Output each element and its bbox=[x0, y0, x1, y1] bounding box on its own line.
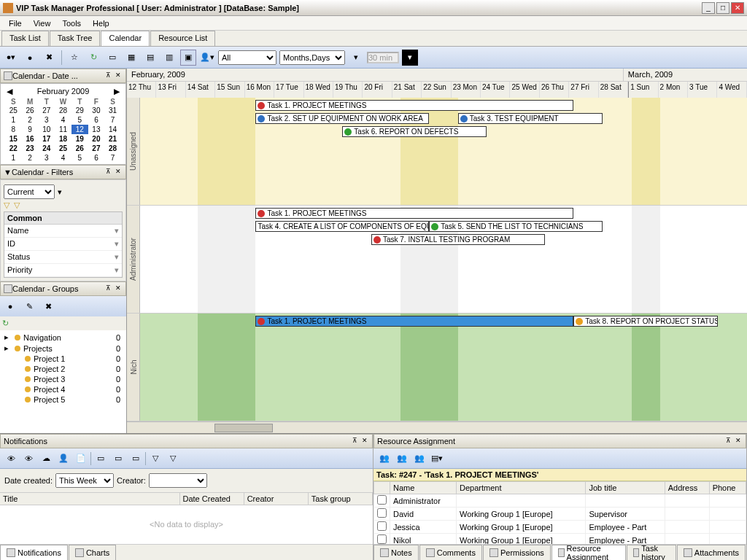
cal-day[interactable]: 3 bbox=[38, 153, 55, 163]
view-month-icon[interactable]: ▤ bbox=[142, 50, 158, 66]
cal-day[interactable]: 2 bbox=[22, 115, 39, 125]
assign-checkbox[interactable] bbox=[377, 534, 387, 544]
res-col-header[interactable]: Phone bbox=[709, 482, 746, 494]
toolbar-btn-2[interactable]: ● bbox=[22, 50, 38, 66]
cal-day[interactable]: 25 bbox=[55, 144, 71, 153]
filter-select[interactable]: All bbox=[218, 50, 276, 65]
cal-day[interactable]: 6 bbox=[88, 115, 105, 125]
notif-btn-2[interactable]: 👁 bbox=[20, 451, 36, 467]
cal-day[interactable]: 23 bbox=[22, 144, 39, 153]
cal-day[interactable]: 16 bbox=[22, 134, 39, 144]
toolbar-btn-3[interactable]: ✖ bbox=[41, 50, 57, 66]
panel-close-icon[interactable]: ✕ bbox=[114, 284, 123, 293]
panel-pin-icon[interactable]: ⊼ bbox=[104, 168, 112, 176]
filter-common-header[interactable]: Common bbox=[4, 212, 122, 225]
res-btn-3[interactable]: 👥 bbox=[411, 451, 427, 467]
tab-resource-list[interactable]: Resource List bbox=[150, 31, 215, 46]
toolbar-btn-1[interactable]: ●▾ bbox=[3, 50, 19, 66]
cal-day[interactable]: 11 bbox=[55, 125, 71, 134]
resource-table[interactable]: NameDepartmentJob titleAddressPhone Admi… bbox=[374, 481, 746, 544]
notifications-header[interactable]: Notifications ⊼✕ bbox=[0, 434, 373, 448]
refresh-icon[interactable]: ↻ bbox=[85, 50, 101, 66]
resource-icon[interactable]: 👤▾ bbox=[199, 50, 215, 66]
cal-day[interactable]: 9 bbox=[22, 125, 39, 134]
group-delete-icon[interactable]: ✖ bbox=[40, 298, 56, 314]
day-header[interactable]: 23 Mon bbox=[452, 82, 481, 98]
day-header[interactable]: 18 Wed bbox=[304, 82, 333, 98]
task-bar[interactable]: Task 3. TEST EQUIPMENT bbox=[458, 113, 603, 124]
cal-day[interactable]: 6 bbox=[88, 153, 105, 163]
cal-day[interactable]: 26 bbox=[22, 106, 39, 115]
next-month-icon[interactable]: ▶ bbox=[114, 87, 120, 96]
res-tab[interactable]: Task history bbox=[627, 545, 676, 560]
notif-col-header[interactable]: Creator bbox=[244, 493, 309, 505]
notif-btn-7[interactable]: ▭ bbox=[110, 451, 126, 467]
notif-col-header[interactable]: Title bbox=[0, 493, 180, 505]
res-btn-4[interactable]: ▤▾ bbox=[429, 451, 445, 467]
cal-day[interactable]: 15 bbox=[5, 134, 22, 144]
res-col-header[interactable]: Name bbox=[390, 482, 457, 494]
res-tab[interactable]: Notes bbox=[374, 545, 419, 560]
tree-item[interactable]: Project 30 bbox=[1, 374, 125, 384]
view-week-icon[interactable]: ▦ bbox=[123, 50, 139, 66]
res-col-header[interactable]: Job title bbox=[586, 482, 665, 494]
resource-row[interactable]: DavidWorking Group 1 [Europe]Supervisor bbox=[374, 508, 746, 521]
refresh-icon[interactable]: ↻ bbox=[2, 319, 9, 327]
day-header[interactable]: 19 Thu bbox=[333, 82, 363, 98]
task-bar[interactable]: Task 2. SET UP EQUIPMENT ON WORK AREA bbox=[255, 113, 429, 124]
resource-row[interactable]: Administrator bbox=[374, 494, 746, 508]
task-bar[interactable]: Task 8. REPORT ON PROJECT STATUS bbox=[573, 316, 718, 327]
creator-select[interactable] bbox=[149, 473, 207, 488]
notif-col-header[interactable]: Date Created bbox=[180, 493, 244, 505]
cal-day[interactable]: 27 bbox=[38, 106, 55, 115]
day-header[interactable]: 28 Sat bbox=[599, 82, 628, 98]
cal-day[interactable]: 28 bbox=[104, 144, 121, 153]
cal-day[interactable]: 4 bbox=[55, 153, 71, 163]
tree-item[interactable]: Project 10 bbox=[1, 354, 125, 364]
day-header[interactable]: 14 Sat bbox=[186, 82, 215, 98]
day-header[interactable]: 27 Fri bbox=[569, 82, 598, 98]
task-bar[interactable]: Task 1. PROJECT MEETINGS bbox=[255, 208, 573, 219]
scale-dropdown-icon[interactable]: ▾ bbox=[348, 50, 364, 66]
panel-date-header[interactable]: Calendar - Date ... ⊼ ✕ bbox=[0, 69, 126, 83]
tree-item[interactable]: ▸Projects0 bbox=[1, 343, 125, 354]
cal-day[interactable]: 25 bbox=[5, 106, 22, 115]
cal-day[interactable]: 1 bbox=[5, 153, 22, 163]
group-edit-icon[interactable]: ✎ bbox=[21, 298, 37, 314]
resource-row[interactable]: NikolWorking Group 1 [Europe]Employee - … bbox=[374, 534, 746, 545]
day-header[interactable]: 26 Thu bbox=[540, 82, 569, 98]
resource-row[interactable]: JessicaWorking Group 1 [Europe]Employee … bbox=[374, 521, 746, 534]
tab-calendar[interactable]: Calendar bbox=[101, 31, 150, 46]
notif-btn-6[interactable]: ▭ bbox=[93, 451, 109, 467]
funnel-clear-icon[interactable]: ▽ bbox=[165, 451, 181, 467]
task-bar[interactable]: Task 1. PROJECT MEETINGS bbox=[255, 100, 573, 111]
day-header[interactable]: 2 Mon bbox=[659, 82, 688, 98]
notif-tab[interactable]: Charts bbox=[69, 545, 116, 560]
view-timeline-icon[interactable]: ▣ bbox=[180, 50, 196, 66]
tree-item[interactable]: Project 20 bbox=[1, 364, 125, 374]
day-header[interactable]: 22 Sun bbox=[422, 82, 451, 98]
funnel-icon[interactable]: ▽ bbox=[147, 451, 163, 467]
cal-day[interactable]: 10 bbox=[38, 125, 55, 134]
assign-checkbox[interactable] bbox=[377, 508, 387, 518]
cal-day[interactable]: 14 bbox=[104, 125, 121, 134]
cal-day[interactable]: 2 bbox=[22, 153, 39, 163]
res-col-header[interactable]: Department bbox=[456, 482, 585, 494]
cal-day[interactable]: 18 bbox=[55, 134, 71, 144]
menu-tools[interactable]: Tools bbox=[56, 18, 87, 29]
day-header[interactable]: 25 Wed bbox=[510, 82, 539, 98]
tree-item[interactable]: ▸Navigation0 bbox=[1, 332, 125, 343]
panel-groups-header[interactable]: Calendar - Groups ⊼ ✕ bbox=[0, 281, 126, 296]
tree-item[interactable]: Project 50 bbox=[1, 394, 125, 405]
minimize-button[interactable]: _ bbox=[702, 2, 715, 14]
res-tab[interactable]: Attachments bbox=[677, 545, 746, 560]
task-bar[interactable]: Task 4. CREATE A LIST OF COMPONENTS OF E… bbox=[255, 221, 429, 232]
day-header[interactable]: 13 Fri bbox=[156, 82, 185, 98]
cal-day[interactable]: 29 bbox=[71, 106, 88, 115]
lane-body[interactable]: Task 1. PROJECT MEETINGSTask 4. CREATE A… bbox=[140, 206, 747, 313]
panel-close-icon[interactable]: ✕ bbox=[114, 71, 123, 80]
cal-day[interactable]: 26 bbox=[71, 144, 88, 153]
cal-day[interactable]: 19 bbox=[71, 134, 88, 144]
notif-btn-1[interactable]: 👁 bbox=[3, 451, 19, 467]
assign-checkbox[interactable] bbox=[377, 495, 387, 505]
